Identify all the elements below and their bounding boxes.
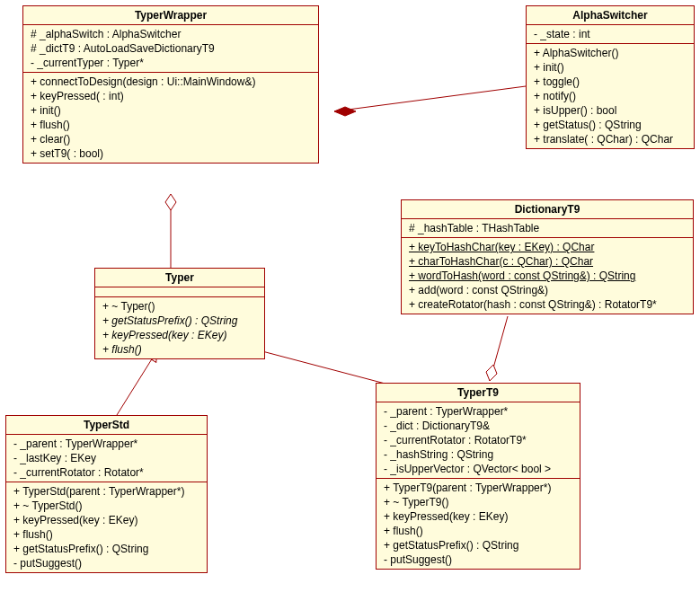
op: + getStatusPrefix() : QString <box>380 538 576 552</box>
class-title: DictionaryT9 <box>402 200 693 219</box>
svg-marker-7 <box>486 365 497 381</box>
svg-line-4 <box>117 350 157 415</box>
op: + flush() <box>10 527 203 542</box>
class-ops: + ~ Typer() + getStatusPrefix() : QStrin… <box>95 297 264 358</box>
class-attrs: # _alphaSwitch : AlphaSwitcher # _dictT9… <box>23 25 318 73</box>
attr: - _isUpperVector : QVector< bool > <box>380 462 576 476</box>
class-ops: + TyperStd(parent : TyperWrapper*) + ~ T… <box>6 482 207 572</box>
op: + flush() <box>27 118 315 132</box>
class-ops: + keyToHashChar(key : EKey) : QChar + ch… <box>402 238 693 314</box>
class-attrs <box>95 287 264 297</box>
class-title: AlphaSwitcher <box>527 6 694 25</box>
attr: - _parent : TyperWrapper* <box>10 437 203 451</box>
op: + translate( : QChar) : QChar <box>530 132 690 146</box>
op: + keyToHashChar(key : EKey) : QChar <box>405 240 689 254</box>
op: + ~ TyperT9() <box>380 495 576 509</box>
svg-line-0 <box>334 86 526 111</box>
class-title: TyperT9 <box>377 384 580 402</box>
op: + init() <box>27 103 315 118</box>
op: + ~ Typer() <box>99 299 261 314</box>
class-attrs: # _hashTable : THashTable <box>402 219 693 238</box>
class-typert9: TyperT9 - _parent : TyperWrapper* - _dic… <box>376 383 580 570</box>
attr: # _hashTable : THashTable <box>405 221 689 235</box>
op: + TyperStd(parent : TyperWrapper*) <box>10 484 203 499</box>
attr: - _dict : DictionaryT9& <box>380 419 576 433</box>
class-title: Typer <box>95 269 264 287</box>
class-attrs: - _state : int <box>527 25 694 44</box>
svg-marker-1 <box>334 107 356 116</box>
op: + AlphaSwitcher() <box>530 46 690 60</box>
op: + keyPressed( : int) <box>27 89 315 103</box>
op: + isUpper() : bool <box>530 103 690 118</box>
attr: - _lastKey : EKey <box>10 451 203 465</box>
op: + TyperT9(parent : TyperWrapper*) <box>380 481 576 495</box>
op: + toggle() <box>530 75 690 89</box>
class-attrs: - _parent : TyperWrapper* - _dict : Dict… <box>377 402 580 479</box>
op: + setT9( : bool) <box>27 146 315 161</box>
class-ops: + connectToDesign(design : Ui::MainWindo… <box>23 73 318 163</box>
svg-line-6 <box>490 316 508 381</box>
op: + flush() <box>99 342 261 357</box>
attr: - _parent : TyperWrapper* <box>380 404 576 419</box>
attr: - _state : int <box>530 27 690 41</box>
op: + add(word : const QString&) <box>405 283 689 297</box>
class-title: TyperWrapper <box>23 6 318 25</box>
class-typer: Typer + ~ Typer() + getStatusPrefix() : … <box>94 268 265 359</box>
op: + init() <box>530 60 690 75</box>
svg-marker-3 <box>165 194 176 210</box>
attr: - _currentTyper : Typer* <box>27 56 315 70</box>
class-typerstd: TyperStd - _parent : TyperWrapper* - _la… <box>5 415 208 573</box>
class-ops: + TyperT9(parent : TyperWrapper*) + ~ Ty… <box>377 479 580 569</box>
class-ops: + AlphaSwitcher() + init() + toggle() + … <box>527 44 694 148</box>
op: + clear() <box>27 132 315 146</box>
op: + keyPressed(key : EKey) <box>99 328 261 342</box>
attr: # _alphaSwitch : AlphaSwitcher <box>27 27 315 41</box>
op: + createRotator(hash : const QString&) :… <box>405 297 689 312</box>
op: + notify() <box>530 89 690 103</box>
attr: # _dictT9 : AutoLoadSaveDictionaryT9 <box>27 41 315 56</box>
class-title: TyperStd <box>6 416 207 435</box>
op: + getStatus() : QString <box>530 118 690 132</box>
class-typerwrapper: TyperWrapper # _alphaSwitch : AlphaSwitc… <box>22 5 319 164</box>
op: + keyPressed(key : EKey) <box>380 509 576 524</box>
op: - putSuggest() <box>380 552 576 567</box>
op: + charToHashChar(c : QChar) : QChar <box>405 254 689 269</box>
class-attrs: - _parent : TyperWrapper* - _lastKey : E… <box>6 435 207 482</box>
op: + flush() <box>380 524 576 538</box>
op: + connectToDesign(design : Ui::MainWindo… <box>27 75 315 89</box>
class-dictionaryt9: DictionaryT9 # _hashTable : THashTable +… <box>401 199 694 314</box>
attr: - _hashString : QString <box>380 447 576 462</box>
op: + getStatusPrefix() : QString <box>10 542 203 556</box>
op: + keyPressed(key : EKey) <box>10 513 203 527</box>
op: - putSuggest() <box>10 556 203 570</box>
op: + ~ TyperStd() <box>10 499 203 513</box>
attr: - _currentRotator : Rotator* <box>10 465 203 480</box>
class-alphaswitcher: AlphaSwitcher - _state : int + AlphaSwit… <box>526 5 695 149</box>
op: + getStatusPrefix() : QString <box>99 314 261 328</box>
op: + wordToHash(word : const QString&) : QS… <box>405 269 689 283</box>
attr: - _currentRotator : RotatorT9* <box>380 433 576 447</box>
